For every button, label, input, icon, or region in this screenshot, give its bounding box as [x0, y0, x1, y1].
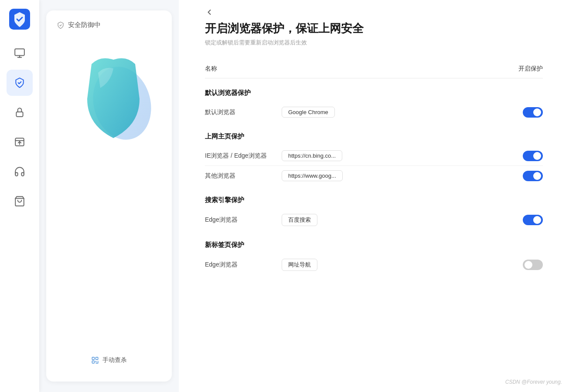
shield-check-icon: [57, 21, 65, 29]
section-title-search-engine: 搜索引擎保护: [205, 189, 543, 210]
row-left-homepage-0: IE浏览器 / Edge浏览器https://cn.bing.co...: [205, 150, 342, 161]
section-default-browser: 默认浏览器保护默认浏览器Google Chrome: [205, 82, 543, 122]
section-title-homepage: 上网主页保护: [205, 125, 543, 146]
row-tag-homepage-1: https://www.goog...: [282, 170, 343, 181]
table-header: 名称 开启保护: [205, 60, 543, 78]
row-tag-search-engine-0: 百度搜索: [282, 214, 317, 226]
sections-container: 默认浏览器保护默认浏览器Google Chrome上网主页保护IE浏览器 / E…: [205, 82, 543, 275]
section-new-tab: 新标签页保护Edge浏览器网址导航: [205, 234, 543, 275]
row-left-default-browser-0: 默认浏览器Google Chrome: [205, 107, 335, 118]
row-new-tab-0: Edge浏览器网址导航: [205, 254, 543, 275]
left-panel: 安全防御中: [39, 0, 179, 392]
scan-icon: [91, 356, 99, 364]
row-label-default-browser-0: 默认浏览器: [205, 108, 275, 116]
sidebar-item-monitor[interactable]: [7, 40, 33, 66]
row-left-homepage-1: 其他浏览器https://www.goog...: [205, 170, 343, 181]
sidebar-item-lock[interactable]: [7, 99, 33, 125]
toggle-thumb-default-browser-0: [533, 108, 541, 116]
toggle-search-engine-0[interactable]: [523, 215, 543, 225]
page-subtitle: 锁定或解锁后需要重新启动浏览器后生效: [205, 39, 543, 47]
sidebar-item-security[interactable]: [7, 70, 33, 96]
row-tag-homepage-0: https://cn.bing.co...: [282, 150, 342, 161]
section-search-engine: 搜索引擎保护Edge浏览器百度搜索: [205, 189, 543, 230]
toggle-homepage-0[interactable]: [523, 151, 543, 161]
security-illustration: [65, 47, 153, 134]
app-logo[interactable]: [9, 9, 30, 30]
left-panel-card: 安全防御中: [46, 10, 172, 382]
main-content: 开启浏览器保护，保证上网安全 锁定或解锁后需要重新启动浏览器后生效 名称 开启保…: [179, 0, 569, 392]
svg-rect-9: [92, 357, 94, 359]
row-left-new-tab-0: Edge浏览器网址导航: [205, 259, 317, 271]
toggle-homepage-1[interactable]: [523, 171, 543, 181]
col-action-header: 开启保护: [518, 65, 543, 73]
toggle-thumb-homepage-1: [533, 172, 541, 180]
toggle-thumb-search-engine-0: [533, 216, 541, 224]
svg-rect-4: [16, 112, 23, 117]
toggle-new-tab-0[interactable]: [523, 260, 543, 270]
row-left-search-engine-0: Edge浏览器百度搜索: [205, 214, 317, 226]
row-homepage-1: 其他浏览器https://www.goog...: [205, 166, 543, 186]
sidebar-item-backup[interactable]: [7, 129, 33, 155]
back-button[interactable]: [205, 0, 219, 14]
section-title-new-tab: 新标签页保护: [205, 234, 543, 254]
section-homepage: 上网主页保护IE浏览器 / Edge浏览器https://cn.bing.co.…: [205, 125, 543, 186]
row-label-homepage-1: 其他浏览器: [205, 172, 275, 180]
sidebar-item-shop[interactable]: [7, 188, 33, 214]
toggle-default-browser-0[interactable]: [523, 107, 543, 118]
manual-scan-label: 手动查杀: [102, 356, 127, 364]
toggle-thumb-homepage-0: [533, 152, 541, 160]
manual-scan-button[interactable]: 手动查杀: [91, 356, 127, 364]
row-label-search-engine-0: Edge浏览器: [205, 216, 275, 224]
row-tag-new-tab-0: 网址导航: [282, 259, 317, 271]
row-homepage-0: IE浏览器 / Edge浏览器https://cn.bing.co...: [205, 146, 543, 166]
col-name-header: 名称: [205, 65, 217, 73]
row-label-homepage-0: IE浏览器 / Edge浏览器: [205, 152, 275, 160]
sidebar-item-support[interactable]: [7, 159, 33, 185]
section-title-default-browser: 默认浏览器保护: [205, 82, 543, 102]
row-tag-default-browser-0: Google Chrome: [282, 107, 335, 118]
sidebar: [0, 0, 39, 392]
row-label-new-tab-0: Edge浏览器: [205, 261, 275, 269]
row-search-engine-0: Edge浏览器百度搜索: [205, 210, 543, 230]
page-title: 开启浏览器保护，保证上网安全: [205, 21, 543, 36]
watermark: CSDN @Forever young.: [505, 379, 562, 385]
row-default-browser-0: 默认浏览器Google Chrome: [205, 102, 543, 122]
security-status-label: 安全防御中: [68, 21, 101, 29]
svg-rect-1: [15, 49, 24, 55]
svg-rect-10: [96, 357, 98, 359]
security-status: 安全防御中: [57, 21, 101, 29]
svg-rect-11: [92, 361, 94, 363]
toggle-thumb-new-tab-0: [525, 261, 532, 269]
